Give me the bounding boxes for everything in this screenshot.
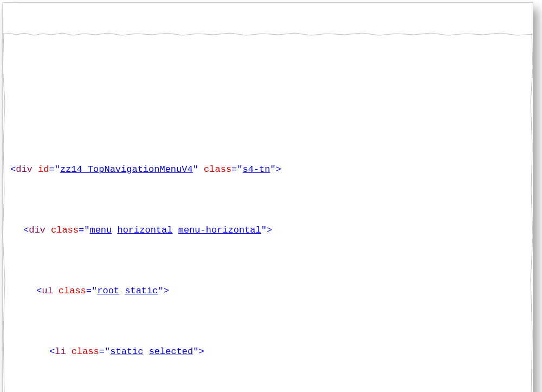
code-line: <li class="static selected"> xyxy=(10,344,531,359)
torn-edge-top xyxy=(3,2,533,5)
torn-edge-left xyxy=(2,3,5,392)
code-line: <div id="zz14_TopNavigationMenuV4" class… xyxy=(10,162,531,177)
code-line: <ul class="root static"> xyxy=(10,284,531,299)
torn-edge-right xyxy=(530,3,533,392)
code-screenshot: <div id="zz14_TopNavigationMenuV4" class… xyxy=(0,0,542,392)
code-block: <div id="zz14_TopNavigationMenuV4" class… xyxy=(2,2,533,392)
code-line: <div class="menu horizontal menu-horizon… xyxy=(10,223,531,238)
